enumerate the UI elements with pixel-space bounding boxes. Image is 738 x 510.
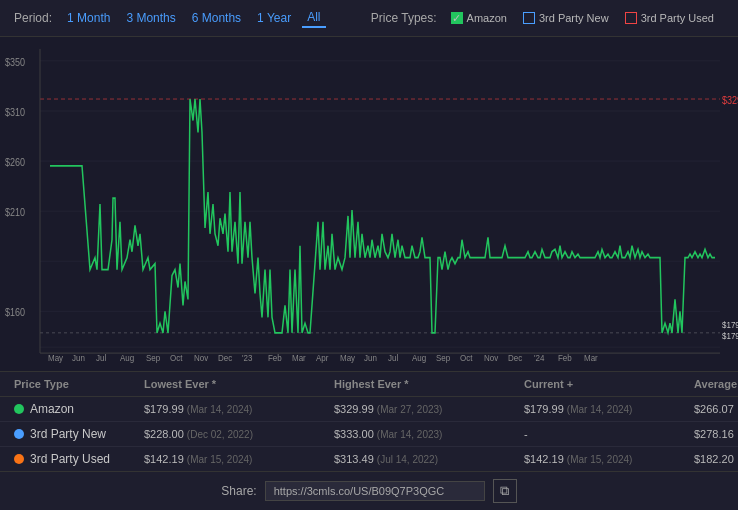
data-table: Price Type Lowest Ever * Highest Ever * … [0, 371, 738, 471]
svg-text:Jul: Jul [96, 353, 106, 364]
svg-text:Mar: Mar [584, 353, 598, 364]
price-chart: $329.99 $179.99 $179.99 $350 $310 $260 $… [0, 37, 738, 371]
amazon-label: Amazon [467, 12, 507, 24]
3rdused-lowest: $142.19 (Mar 15, 2024) [144, 453, 334, 465]
3rdnew-type-label: 3rd Party New [30, 427, 106, 441]
svg-text:Nov: Nov [194, 353, 209, 364]
svg-text:Feb: Feb [558, 353, 572, 364]
col-current: Current + [524, 378, 694, 390]
period-1year[interactable]: 1 Year [252, 9, 296, 27]
col-highest: Highest Ever * [334, 378, 524, 390]
top-bar: Period: 1 Month 3 Months 6 Months 1 Year… [0, 0, 738, 37]
legend-amazon[interactable]: ✓ Amazon [451, 12, 507, 24]
main-container: Period: 1 Month 3 Months 6 Months 1 Year… [0, 0, 738, 510]
period-all[interactable]: All [302, 8, 325, 28]
3rdparty-new-checkbox[interactable] [523, 12, 535, 24]
svg-text:'24: '24 [534, 353, 545, 364]
col-price-type: Price Type [14, 378, 144, 390]
amazon-lowest: $179.99 (Mar 14, 2024) [144, 403, 334, 415]
legend-3rdparty-used[interactable]: 3rd Party Used [625, 12, 714, 24]
3rdused-type-label: 3rd Party Used [30, 452, 110, 466]
price-types-label: Price Types: [371, 11, 437, 25]
3rdparty-used-checkbox[interactable] [625, 12, 637, 24]
svg-text:'23: '23 [242, 353, 253, 364]
high-price-label: $329.99 [722, 94, 738, 106]
3rdparty-new-label: 3rd Party New [539, 12, 609, 24]
svg-text:$160: $160 [5, 306, 25, 318]
3rdnew-type-cell: 3rd Party New [14, 427, 144, 441]
svg-text:Jun: Jun [72, 353, 85, 364]
share-url-input[interactable] [265, 481, 485, 501]
col-average: Average * [694, 378, 738, 390]
svg-text:Apr: Apr [316, 353, 329, 364]
3rdnew-dot [14, 429, 24, 439]
svg-rect-0 [0, 37, 738, 371]
svg-text:Sep: Sep [436, 353, 450, 364]
3rdnew-current: - [524, 428, 694, 440]
low-price-label2: $179.99 [722, 330, 738, 341]
amazon-checkbox[interactable]: ✓ [451, 12, 463, 24]
svg-text:May: May [340, 353, 356, 364]
svg-text:Oct: Oct [170, 353, 183, 364]
svg-text:$350: $350 [5, 56, 25, 68]
period-3months[interactable]: 3 Months [121, 9, 180, 27]
amazon-current: $179.99 (Mar 14, 2024) [524, 403, 694, 415]
svg-text:Nov: Nov [484, 353, 499, 364]
3rdused-highest: $313.49 (Jul 14, 2022) [334, 453, 524, 465]
amazon-average: $266.07 [694, 403, 738, 415]
chart-area: $329.99 $179.99 $179.99 $350 $310 $260 $… [0, 37, 738, 371]
amazon-highest: $329.99 (Mar 27, 2023) [334, 403, 524, 415]
period-6months[interactable]: 6 Months [187, 9, 246, 27]
share-label: Share: [221, 484, 256, 498]
svg-text:Oct: Oct [460, 353, 473, 364]
period-1month[interactable]: 1 Month [62, 9, 115, 27]
amazon-type-label: Amazon [30, 402, 74, 416]
svg-text:Dec: Dec [508, 353, 523, 364]
3rdnew-highest: $333.00 (Mar 14, 2023) [334, 428, 524, 440]
table-header: Price Type Lowest Ever * Highest Ever * … [0, 372, 738, 397]
table-row: 3rd Party Used $142.19 (Mar 15, 2024) $3… [0, 447, 738, 471]
3rdused-current: $142.19 (Mar 15, 2024) [524, 453, 694, 465]
svg-text:$210: $210 [5, 206, 25, 218]
col-lowest: Lowest Ever * [144, 378, 334, 390]
share-bar: Share: ⧉ [0, 471, 738, 510]
low-price-label1: $179.99 [722, 319, 738, 330]
3rdparty-used-label: 3rd Party Used [641, 12, 714, 24]
svg-text:Jun: Jun [364, 353, 377, 364]
svg-text:Dec: Dec [218, 353, 233, 364]
svg-text:$260: $260 [5, 156, 25, 168]
period-label: Period: [14, 11, 52, 25]
svg-text:$310: $310 [5, 106, 25, 118]
3rdused-average: $182.20 [694, 453, 738, 465]
amazon-type-cell: Amazon [14, 402, 144, 416]
svg-text:Aug: Aug [412, 353, 426, 364]
3rdused-dot [14, 454, 24, 464]
svg-text:Sep: Sep [146, 353, 160, 364]
svg-text:Mar: Mar [292, 353, 306, 364]
3rdused-type-cell: 3rd Party Used [14, 452, 144, 466]
svg-text:May: May [48, 353, 64, 364]
svg-text:Jul: Jul [388, 353, 398, 364]
3rdnew-lowest: $228.00 (Dec 02, 2022) [144, 428, 334, 440]
3rdnew-average: $278.16 [694, 428, 738, 440]
amazon-dot [14, 404, 24, 414]
table-row: 3rd Party New $228.00 (Dec 02, 2022) $33… [0, 422, 738, 447]
copy-button[interactable]: ⧉ [493, 479, 517, 503]
svg-text:Aug: Aug [120, 353, 134, 364]
table-row: Amazon $179.99 (Mar 14, 2024) $329.99 (M… [0, 397, 738, 422]
svg-text:Feb: Feb [268, 353, 282, 364]
legend-3rdparty-new[interactable]: 3rd Party New [523, 12, 609, 24]
